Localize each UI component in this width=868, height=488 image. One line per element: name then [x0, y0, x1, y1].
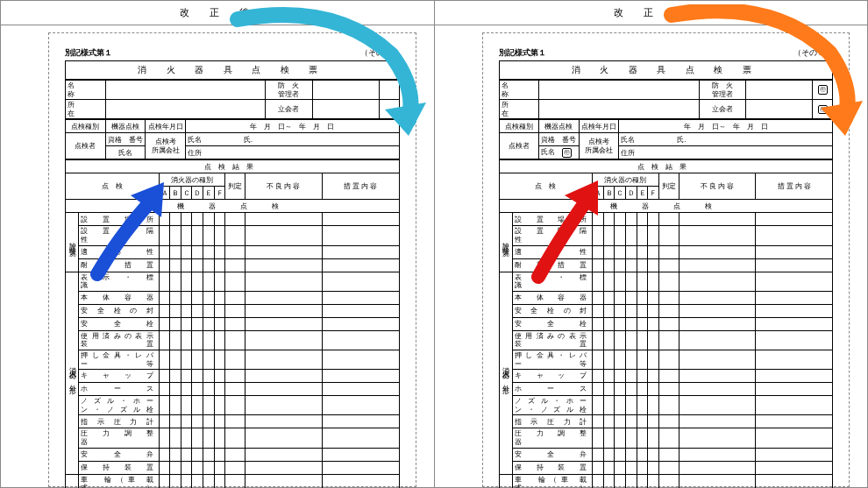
form-upper: 名 称防 火 管理者 所 在立会者 [65, 80, 400, 119]
form-inspector: 点検種別機器点検点検年月日年 月 日～ 年 月 日 点検者資格 番号点検考 所属… [65, 119, 400, 159]
header-after: 改 正 後 [1, 1, 434, 25]
pane-before: 改 正 前 別記様式第１ （その１） 消 火 器 具 点 検 票 名 称防 火 … [434, 0, 869, 488]
form-inspector-r: 点検種別機器点検点検年月日年 月 日～ 年 月 日 点検者資格 番号点検考 所属… [499, 119, 834, 159]
form-results-r: 点検結果 点 検消火器の種別判定不 良 内 容措 置 内 容 ＡＢＣＤＥＦ 機 … [499, 159, 834, 488]
stamp-icon: ㊞ [818, 85, 828, 94]
form-container-left: 別記様式第１ （その１） 消 火 器 具 点 検 票 名 称防 火 管理者 所 … [48, 32, 416, 487]
form-container-right: 別記様式第１ （その１） 消 火 器 具 点 検 票 名 称防 火 管理者㊞ 所… [482, 32, 850, 487]
form-results: 点検結果 点 検消火器の種別判定不 良 内 容措 置 内 容 ＡＢＣＤＥＦ 機 … [65, 159, 400, 488]
form-title: 消 火 器 具 点 検 票 [65, 60, 400, 80]
form-id-r: 別記様式第１ [499, 47, 546, 59]
header-before: 改 正 前 [435, 1, 868, 25]
stamp-icon: ㊞ [818, 105, 828, 114]
form-id: 別記様式第１ [65, 47, 112, 59]
form-upper-r: 名 称防 火 管理者㊞ 所 在立会者㊞ [499, 80, 834, 119]
sono-label-r: （その１） [793, 47, 833, 59]
form-title-r: 消 火 器 具 点 検 票 [499, 60, 834, 80]
sono-label: （その１） [360, 47, 400, 59]
stamp-icon: ㊞ [562, 148, 572, 157]
pane-after: 改 正 後 別記様式第１ （その１） 消 火 器 具 点 検 票 名 称防 火 … [0, 0, 434, 488]
